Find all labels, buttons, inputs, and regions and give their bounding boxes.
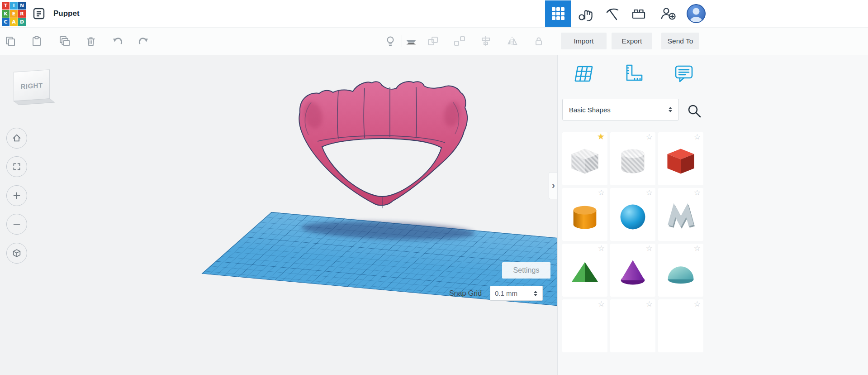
shape-tile-box[interactable]: ☆ <box>658 132 703 185</box>
logo-letter: I <box>10 2 18 10</box>
favorite-star-icon[interactable]: ☆ <box>598 300 605 308</box>
add-user-icon[interactable] <box>660 5 676 22</box>
object-shadow <box>301 219 475 242</box>
shape-tile-empty[interactable]: ☆ <box>610 299 655 352</box>
export-button[interactable]: Export <box>612 33 652 49</box>
tinkercad-logo[interactable]: TINKERCAD <box>1 1 27 27</box>
favorite-star-icon[interactable]: ☆ <box>598 245 605 252</box>
logo-letter: K <box>2 10 9 18</box>
favorite-star-icon[interactable]: ☆ <box>694 300 701 308</box>
shapes-grid: ★ ☆ ☆ ☆ ☆ ☆ ☆ ☆ ☆ ☆ ☆ ☆ <box>562 132 706 352</box>
zoom-out-icon[interactable] <box>6 214 27 235</box>
import-button[interactable]: Import <box>561 33 607 49</box>
scribble-shape-icon <box>664 202 698 232</box>
chevron-right-icon: › <box>552 180 555 192</box>
logo-letter: N <box>18 2 26 10</box>
group-icon[interactable] <box>427 34 445 48</box>
edit-toolbar: Import Export Send To <box>0 28 868 55</box>
copy-icon[interactable] <box>5 34 23 48</box>
duplicate-icon[interactable] <box>59 34 77 48</box>
search-icon[interactable] <box>687 103 702 119</box>
logo-letter: R <box>18 10 26 18</box>
favorite-star-icon[interactable]: ☆ <box>598 189 605 197</box>
app-header: TINKERCAD Puppet <box>0 0 868 28</box>
favorite-star-icon[interactable]: ☆ <box>694 245 701 252</box>
shape-tile-roof[interactable]: ☆ <box>562 244 607 297</box>
snap-grid-value: 0.1 mm <box>495 289 517 297</box>
logo-letter: E <box>10 10 18 18</box>
favorite-star-icon[interactable]: ☆ <box>646 189 653 197</box>
shape-category-value: Basic Shapes <box>569 106 611 114</box>
box-shape-icon <box>664 146 698 177</box>
select-caret-icon <box>662 99 678 120</box>
send-to-button[interactable]: Send To <box>661 33 699 49</box>
panel-collapse-tab[interactable]: › <box>549 172 557 199</box>
show-all-lightbulb-icon[interactable] <box>384 34 403 48</box>
shape-tile-cylinder-hole[interactable]: ☆ <box>610 132 655 185</box>
toolbar-divider <box>402 35 402 47</box>
box-hole-shape-icon <box>568 146 602 177</box>
favorite-star-icon[interactable]: ★ <box>597 132 605 141</box>
cone-shape-icon <box>616 257 650 288</box>
shape-tile-cone[interactable]: ☆ <box>610 244 655 297</box>
shape-category-select[interactable]: Basic Shapes <box>562 99 679 120</box>
logo-letter: C <box>2 18 9 26</box>
tinkercad-app: TINKERCAD Puppet <box>0 0 868 375</box>
minecraft-pickaxe-icon[interactable] <box>604 5 620 22</box>
home-view-icon[interactable] <box>6 128 27 149</box>
avatar[interactable] <box>687 4 706 23</box>
snap-grid-label: Snap Grid <box>449 289 482 298</box>
ungroup-icon[interactable] <box>454 34 472 48</box>
paste-icon[interactable] <box>31 34 49 48</box>
roof-shape-icon <box>568 257 602 288</box>
shape-tile-empty[interactable]: ☆ <box>562 299 607 352</box>
sim-lab-hand-icon[interactable] <box>578 5 594 22</box>
shape-tile-half-sphere[interactable]: ☆ <box>658 244 703 297</box>
puppet-mouth-object[interactable] <box>299 82 467 208</box>
favorite-star-icon[interactable]: ☆ <box>646 300 653 308</box>
shape-tile-scribble[interactable]: ☆ <box>658 188 703 241</box>
shape-tile-empty[interactable]: ☆ <box>658 299 703 352</box>
settings-button[interactable]: Settings <box>502 262 550 279</box>
lock-icon[interactable] <box>533 34 551 48</box>
logo-letter: A <box>10 18 18 26</box>
favorite-star-icon[interactable]: ☆ <box>646 133 653 141</box>
shape-tile-box-hole[interactable]: ★ <box>562 132 607 185</box>
mirror-icon[interactable] <box>506 34 524 48</box>
zoom-in-icon[interactable] <box>6 185 27 206</box>
design-title: Puppet <box>53 0 80 27</box>
cylinder-hole-shape-icon <box>616 146 650 177</box>
redo-icon[interactable] <box>138 34 156 48</box>
snap-grid-select[interactable]: 0.1 mm <box>490 286 543 301</box>
logo-letter: T <box>2 2 9 10</box>
designs-menu-icon[interactable] <box>32 6 46 21</box>
select-spinner-icon <box>534 291 538 296</box>
workplane-tool-icon[interactable] <box>572 62 593 84</box>
perspective-toggle-icon[interactable] <box>6 243 27 264</box>
logo-letter: D <box>18 18 26 26</box>
cylinder-shape-icon <box>568 202 602 232</box>
viewcube-label: RIGHT <box>20 81 43 90</box>
ruler-tool-icon[interactable] <box>623 62 645 84</box>
favorite-star-icon[interactable]: ☆ <box>694 133 701 141</box>
fit-view-icon[interactable] <box>6 156 27 177</box>
lego-brick-icon[interactable] <box>631 5 647 22</box>
3d-viewport[interactable]: RIGHT <box>0 55 557 375</box>
align-icon[interactable] <box>480 34 498 48</box>
undo-icon[interactable] <box>112 34 130 48</box>
shape-tile-sphere[interactable]: ☆ <box>610 188 655 241</box>
delete-icon[interactable] <box>85 34 103 48</box>
shape-tile-cylinder[interactable]: ☆ <box>562 188 607 241</box>
shapes-panel: Basic Shapes ★ ☆ ☆ ☆ ☆ ☆ ☆ ☆ ☆ <box>557 55 868 375</box>
sphere-shape-icon <box>616 202 650 232</box>
half-sphere-shape-icon <box>664 257 698 288</box>
favorite-star-icon[interactable]: ☆ <box>694 189 701 197</box>
viewcube[interactable]: RIGHT <box>14 69 50 102</box>
scene-objects <box>0 55 557 375</box>
show-all-caret-icon[interactable] <box>406 40 416 44</box>
favorite-star-icon[interactable]: ☆ <box>646 245 653 252</box>
notes-tool-icon[interactable] <box>673 62 695 84</box>
3d-designs-grid-icon[interactable] <box>545 0 571 27</box>
